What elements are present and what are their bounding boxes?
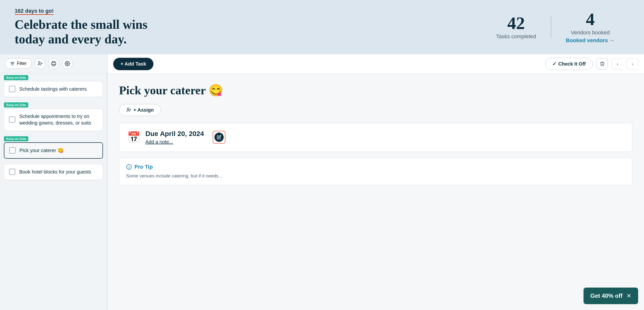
detail-content: Pick your caterer 😋 + Assign 📅 Due April… [107, 74, 644, 195]
detail-panel: + Add Task ✓ Check It Off ‹ › Pick your … [107, 54, 644, 310]
stat-vendors-number: 4 [566, 10, 615, 28]
trash-icon [600, 61, 605, 66]
header-title: Celebrate the small wins today and every… [15, 17, 147, 46]
pro-tip-card: Pro Tip Some venues include catering, bu… [119, 158, 632, 186]
pro-tip-label: Pro Tip [134, 164, 153, 170]
easy-badge-1: Easy on Zola [4, 75, 28, 80]
header-title-line2: today and every day. [15, 32, 126, 46]
days-to-go: 162 days to go! [15, 8, 54, 15]
main-content: Filter Easy on Zola [0, 54, 644, 310]
pro-tip-text: Some venues include catering, but if it … [126, 173, 625, 180]
stat-tasks: 42 Tasks completed [482, 14, 551, 40]
list-toolbar: Filter [0, 54, 107, 73]
task-item-3[interactable]: Pick your caterer 😋 [4, 142, 103, 159]
task-checkbox-2[interactable] [9, 116, 15, 123]
discount-label: Get 40% off [590, 293, 622, 299]
add-person-icon [37, 61, 43, 66]
add-person-button[interactable] [35, 58, 45, 69]
check-it-off-label: Check It Off [558, 61, 586, 67]
task-checkbox-4[interactable] [9, 169, 15, 175]
task-section-2: Easy on Zola Schedule appointments to tr… [0, 100, 107, 134]
task-item-4[interactable]: Book hotel blocks for your guests [4, 164, 103, 180]
filter-button[interactable]: Filter [5, 58, 32, 69]
svg-point-9 [127, 108, 129, 110]
edit-date-button[interactable] [213, 131, 226, 144]
pro-tip-icon [126, 164, 132, 170]
header-stats: 42 Tasks completed 4 Vendors booked Book… [482, 10, 629, 44]
assign-person-icon [126, 107, 132, 113]
print-button[interactable] [48, 58, 59, 69]
detail-title: Pick your caterer 😋 [119, 84, 632, 97]
svg-point-14 [129, 168, 129, 168]
task-text-3: Pick your caterer 😋 [20, 147, 64, 154]
task-section-4: Book hotel blocks for your guests [0, 162, 107, 183]
add-note-link[interactable]: Add a note... [146, 139, 204, 145]
header-title-line1: Celebrate the small wins [15, 17, 147, 31]
check-icon: ✓ [552, 61, 556, 67]
header-left: 162 days to go! Celebrate the small wins… [15, 8, 147, 46]
prev-task-button[interactable]: ‹ [612, 58, 623, 69]
edit-icon [214, 133, 224, 142]
svg-rect-6 [52, 64, 55, 66]
delete-button[interactable] [597, 58, 608, 69]
task-text-1: Schedule tastings with caterers [19, 86, 87, 92]
task-text-2: Schedule appointments to try on wedding … [19, 113, 98, 126]
stat-tasks-label: Tasks completed [496, 33, 536, 40]
calendar-icon: 📅 [127, 131, 140, 144]
task-item-1[interactable]: Schedule tastings with caterers [4, 81, 103, 97]
close-banner-button[interactable]: ✕ [626, 293, 631, 299]
svg-point-8 [66, 63, 68, 64]
easy-badge-2: Easy on Zola [4, 102, 28, 107]
task-list-panel: Filter Easy on Zola [0, 54, 107, 310]
filter-label: Filter [17, 61, 26, 66]
discount-banner: Get 40% off ✕ [584, 288, 638, 304]
due-date-card: 📅 Due April 20, 2024 Add a note... [119, 123, 632, 152]
check-it-off-button[interactable]: ✓ Check It Off [545, 58, 593, 70]
booked-vendors-link[interactable]: Booked vendors → [566, 37, 615, 44]
task-item-2[interactable]: Schedule appointments to try on wedding … [4, 108, 103, 131]
detail-toolbar: + Add Task ✓ Check It Off ‹ › [107, 54, 644, 74]
due-date-text: Due April 20, 2024 [146, 130, 204, 138]
assign-label: + Assign [134, 107, 154, 113]
svg-point-3 [38, 61, 40, 63]
add-task-label: + Add Task [120, 61, 146, 67]
add-task-button[interactable]: + Add Task [113, 58, 154, 70]
task-section-1: Easy on Zola Schedule tastings with cate… [0, 73, 107, 100]
stat-tasks-number: 42 [496, 14, 536, 32]
settings-button[interactable] [62, 58, 73, 69]
next-task-button[interactable]: › [627, 58, 638, 69]
task-section-3: Easy on Zola Pick your caterer 😋 [0, 134, 107, 162]
task-text-4: Book hotel blocks for your guests [19, 169, 91, 175]
task-checkbox-1[interactable] [9, 86, 15, 92]
filter-icon [10, 61, 15, 66]
svg-rect-7 [52, 61, 55, 63]
easy-badge-3: Easy on Zola [4, 136, 28, 141]
assign-button[interactable]: + Assign [119, 104, 161, 116]
print-icon [51, 61, 56, 66]
due-date-info: Due April 20, 2024 Add a note... [146, 130, 204, 145]
settings-icon [65, 61, 70, 66]
task-checkbox-3[interactable] [9, 147, 16, 154]
header-banner: 162 days to go! Celebrate the small wins… [0, 0, 644, 54]
pro-tip-header: Pro Tip [126, 164, 625, 170]
stat-vendors-label: Vendors booked [566, 29, 615, 36]
stat-vendors: 4 Vendors booked Booked vendors → [551, 10, 629, 44]
